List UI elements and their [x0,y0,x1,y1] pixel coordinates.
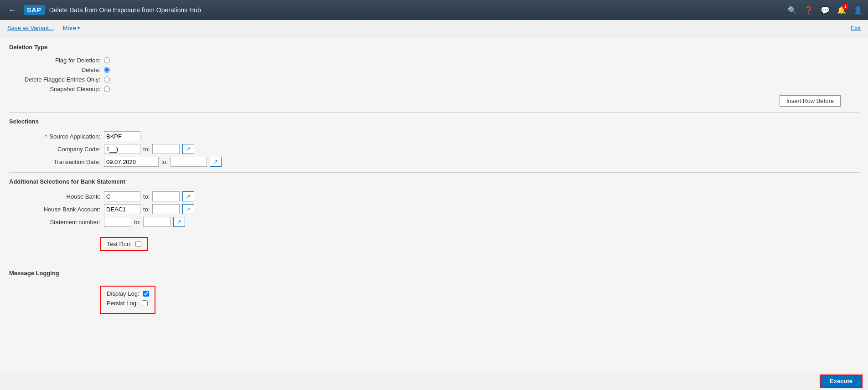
house-bank-account-row: House Bank Account: to: ↗ [9,204,859,214]
display-log-label: Display Log: [107,290,140,297]
test-run-checkbox[interactable] [135,241,141,247]
help-icon[interactable]: ❓ [804,6,813,15]
statement-number-label: Statement number: [9,219,100,226]
house-bank-account-input[interactable] [104,204,140,214]
more-button[interactable]: More ▾ [59,23,84,33]
main-content: Deletion Type Flag for Deletion: Delete:… [0,36,868,372]
statement-number-to-label: to: [134,219,140,226]
transaction-date-row: Transaction Date: to: ↗ [9,157,859,167]
company-code-to-input[interactable] [152,144,180,154]
divider-3 [9,264,859,264]
save-variant-button[interactable]: Save as Variant... [4,23,57,33]
transaction-date-input[interactable] [104,157,159,167]
header-icons: 🔍 ❓ 💬 🔔 1 👤 [788,6,863,15]
house-bank-account-to-label: to: [143,206,150,213]
statement-number-to-input[interactable] [143,217,170,227]
house-bank-to-input[interactable] [152,191,180,201]
snapshot-cleanup-label: Snapshot Cleanup: [9,86,100,92]
flag-for-deletion-row: Flag for Deletion: [9,57,859,64]
house-bank-input[interactable] [104,191,140,201]
house-bank-account-to-input[interactable] [152,204,180,214]
flag-for-deletion-radio[interactable] [104,57,110,63]
page-title: Delete Data from One Exposure from Opera… [49,6,201,14]
selections-section-title: Selections [9,118,859,127]
snapshot-cleanup-radio[interactable] [104,86,110,92]
test-run-container: Test Run: [9,233,859,255]
search-icon[interactable]: 🔍 [788,6,797,15]
flag-for-deletion-label: Flag for Deletion: [9,57,100,64]
house-bank-account-select-button[interactable]: ↗ [182,204,194,214]
divider-2 [9,172,859,173]
insert-row-before-button[interactable]: Insert Row Before [780,95,841,107]
more-label: More [63,25,77,31]
insert-row-container: Insert Row Before [9,95,850,107]
app-header: ← SAP Delete Data from One Exposure from… [0,0,868,20]
message-logging-section-title: Message Logging [9,270,859,278]
message-logging-highlighted: Display Log: Persist Log: [100,286,155,314]
snapshot-cleanup-row: Snapshot Cleanup: [9,86,859,92]
delete-row: Delete: [9,67,859,73]
display-log-row: Display Log: [107,290,149,297]
toolbar: Save as Variant... More ▾ Exit [0,20,868,36]
test-run-highlighted: Test Run: [100,237,148,251]
divider-1 [9,112,859,113]
company-code-row: Company Code: to: ↗ [9,144,859,154]
transaction-date-label: Transaction Date: [9,159,100,165]
delete-flagged-label: Delete Flagged Entries Only: [9,76,100,83]
message-logging-container: Display Log: Persist Log: [9,283,859,314]
persist-log-row: Persist Log: [107,300,149,307]
house-bank-label: House Bank: [9,193,100,200]
source-application-label: * Source Application: [9,133,100,140]
company-code-label: Company Code: [9,146,100,153]
back-button[interactable]: ← [5,5,19,15]
house-bank-row: House Bank: to: ↗ [9,191,859,201]
required-star: * [45,133,47,140]
notification-badge: 1 [842,4,848,10]
sap-logo: SAP [24,5,45,15]
message-icon[interactable]: 💬 [821,6,830,15]
deletion-type-section-title: Deletion Type [9,44,859,52]
exit-button[interactable]: Exit [847,23,864,33]
company-code-input[interactable] [104,144,140,154]
transaction-date-to-input[interactable] [170,157,207,167]
notification-icon[interactable]: 🔔 1 [837,6,846,15]
statement-number-row: Statement number: to: ↗ [9,217,859,227]
source-application-input[interactable] [104,131,140,141]
additional-selections-section-title: Additional Selections for Bank Statement [9,178,859,187]
company-code-select-button[interactable]: ↗ [182,144,194,154]
display-log-checkbox[interactable] [143,291,149,297]
house-bank-account-label: House Bank Account: [9,206,100,213]
delete-flagged-row: Delete Flagged Entries Only: [9,76,859,83]
transaction-date-select-button[interactable]: ↗ [210,157,222,167]
company-code-to-label: to: [143,146,150,153]
header-left: ← SAP Delete Data from One Exposure from… [5,5,788,15]
persist-log-label: Persist Log: [107,300,138,307]
house-bank-to-label: to: [143,193,150,200]
user-icon[interactable]: 👤 [853,6,863,15]
house-bank-select-button[interactable]: ↗ [182,191,194,201]
transaction-date-to-label: to: [161,159,168,165]
chevron-down-icon: ▾ [78,26,80,31]
statement-number-input[interactable] [104,217,131,227]
source-application-row: * Source Application: [9,131,859,141]
statement-number-select-button[interactable]: ↗ [173,217,185,227]
test-run-label: Test Run: [107,241,132,247]
delete-label: Delete: [9,67,100,73]
delete-radio[interactable] [104,67,110,73]
delete-flagged-radio[interactable] [104,77,110,82]
persist-log-checkbox[interactable] [142,300,148,306]
toolbar-left: Save as Variant... More ▾ [4,23,83,33]
